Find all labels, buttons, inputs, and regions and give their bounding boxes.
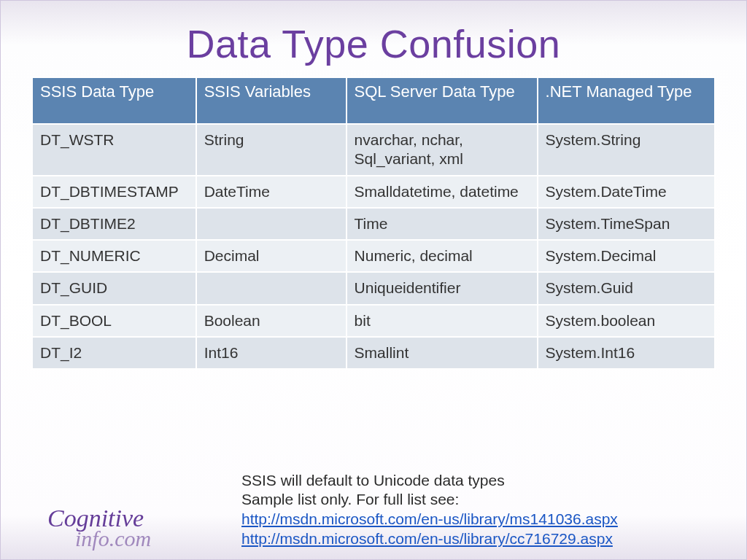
table-row: DT_DBTIME2 Time System.TimeSpan (32, 208, 715, 240)
cell: DateTime (196, 176, 347, 208)
cell: System.Int16 (538, 337, 715, 369)
cell: System.String (538, 124, 715, 176)
cell: Smallint (347, 337, 538, 369)
header-ssis-data-type: SSIS Data Type (32, 77, 196, 124)
cell: System.boolean (538, 305, 715, 337)
cell: System.TimeSpan (538, 208, 715, 240)
cell: DT_GUID (32, 272, 196, 304)
table-row: DT_GUID Uniqueidentifier System.Guid (32, 272, 715, 304)
cell: Int16 (196, 337, 347, 369)
table-row: DT_WSTR String nvarchar, nchar, Sql_vari… (32, 124, 715, 176)
header-ssis-variables: SSIS Variables (196, 77, 347, 124)
cell: DT_NUMERIC (32, 240, 196, 272)
cell (196, 272, 347, 304)
cell: System.Decimal (538, 240, 715, 272)
table-container: SSIS Data Type SSIS Variables SQL Server… (1, 77, 746, 370)
reference-link-2[interactable]: http://msdn.microsoft.com/en-us/library/… (241, 530, 613, 547)
logo-line2: info.com (47, 529, 151, 548)
cell: Uniqueidentifier (347, 272, 538, 304)
cell: DT_DBTIME2 (32, 208, 196, 240)
cell: System.DateTime (538, 176, 715, 208)
cell: Time (347, 208, 538, 240)
table-row: DT_DBTIMESTAMP DateTime Smalldatetime, d… (32, 176, 715, 208)
header-sql-server-type: SQL Server Data Type (347, 77, 538, 124)
cell: bit (347, 305, 538, 337)
table-header-row: SSIS Data Type SSIS Variables SQL Server… (32, 77, 715, 124)
note-line2: Sample list only. For full list see: (241, 490, 618, 510)
header-net-managed-type: .NET Managed Type (538, 77, 715, 124)
table-row: DT_I2 Int16 Smallint System.Int16 (32, 337, 715, 369)
slide-title: Data Type Confusion (1, 1, 746, 77)
cell: DT_BOOL (32, 305, 196, 337)
data-type-table: SSIS Data Type SSIS Variables SQL Server… (31, 77, 716, 370)
cell: Numeric, decimal (347, 240, 538, 272)
cell: nvarchar, nchar, Sql_variant, xml (347, 124, 538, 176)
table-row: DT_BOOL Boolean bit System.boolean (32, 305, 715, 337)
cell: Smalldatetime, datetime (347, 176, 538, 208)
note-line1: SSIS will default to Unicode data types (241, 471, 618, 491)
reference-link-1[interactable]: http://msdn.microsoft.com/en-us/library/… (241, 510, 618, 527)
cell: System.Guid (538, 272, 715, 304)
cell: Decimal (196, 240, 347, 272)
brand-logo: Cognitive info.com (47, 508, 151, 548)
cell: DT_DBTIMESTAMP (32, 176, 196, 208)
footer-notes: SSIS will default to Unicode data types … (241, 471, 618, 550)
table-row: DT_NUMERIC Decimal Numeric, decimal Syst… (32, 240, 715, 272)
cell: String (196, 124, 347, 176)
footer: Cognitive info.com SSIS will default to … (1, 466, 746, 559)
cell (196, 208, 347, 240)
cell: DT_I2 (32, 337, 196, 369)
cell: DT_WSTR (32, 124, 196, 176)
cell: Boolean (196, 305, 347, 337)
